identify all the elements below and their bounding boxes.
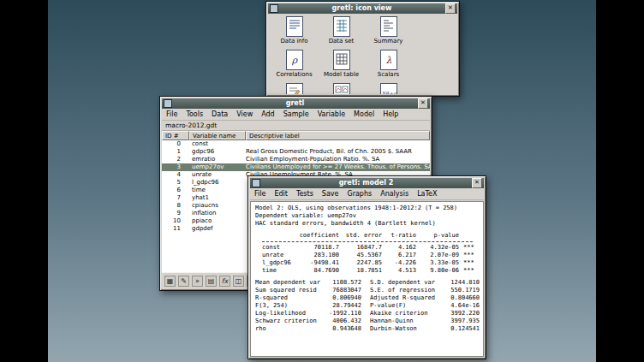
stat-value: 3992.220 [444,310,480,317]
variable-id: 10 [162,217,189,225]
function-packages-icon[interactable]: fx [219,276,230,287]
std-error: 18.7851 [339,267,382,275]
menu-graphs[interactable]: Graphs [343,188,376,199]
coef-table-rule [262,241,473,242]
variable-row-gdpc96[interactable]: 1gdpc96Real Gross Domestic Product, Bil.… [162,148,430,156]
dataset-name-bar: macro-2012.gdt [162,121,430,131]
menu-tools[interactable]: Tools [182,109,207,120]
coef-name: time [255,267,296,275]
coef-name: unrate [255,252,296,259]
column-header-label[interactable]: Descriptive label [246,131,430,140]
menu-tests[interactable]: Tests [292,188,318,199]
variable-name: uemp27ov [189,163,246,171]
stat-label: F(3, 254) [255,302,325,310]
main-title: gretl [175,98,415,109]
model-title: gretl: model 2 [263,178,469,188]
stat-value: 0.124541 [444,325,480,333]
stat-label: S.D. dependent var [361,279,444,287]
data-set-icon [333,16,350,37]
calculator-icon[interactable]: ▦ [164,276,176,287]
menu-model[interactable]: Model [349,109,379,120]
coef-name: l_gdpc96 [255,259,296,267]
database-icon[interactable]: ◫ [233,276,244,287]
variable-name: gdpc96 [189,148,246,156]
screen: gretl: icon view ✕ Data infoData setSumm… [0,0,644,362]
menu-analysis[interactable]: Analysis [376,188,413,199]
stat-label: Durbin-Watson [361,325,444,333]
menu-help[interactable]: Help [379,109,402,120]
menu-edit[interactable]: Edit [270,188,292,199]
menu-variable[interactable]: Variable [313,109,349,120]
graph-page-icon [333,83,350,94]
coef-row-const: const70118.716847.74.1624.32e-05*** [255,244,479,252]
session-icon-scalars[interactable]: λScalars [365,50,412,83]
stat-label: P-value(F) [361,302,444,310]
icon-view-icon[interactable]: ▤ [206,276,217,287]
model-titlebar[interactable]: gretl: model 2 ✕ [250,178,484,188]
coef-col-header: t-ratio [382,232,416,240]
stat-label: Log-likelihood [255,310,325,317]
stat-value: 4006.432 [325,317,361,325]
close-icon[interactable]: ✕ [472,178,482,188]
session-icon-model-table[interactable]: Model table [318,50,365,83]
close-icon[interactable]: ✕ [418,98,428,109]
session-icon-graph-page[interactable]: Graph page [318,83,365,94]
variable-name: time [189,187,246,194]
console-icon[interactable]: » [192,276,203,287]
variable-row-emratio[interactable]: 2emratioCivilian Employment-Population R… [162,156,430,163]
variable-id: 1 [162,148,189,156]
stat-value: 0.806940 [325,294,361,302]
summary-icon [380,16,397,37]
variable-id: 9 [162,210,189,217]
menu-file[interactable]: File [162,109,182,120]
variable-label: Real Gross Domestic Product, Bil. of Chn… [246,148,430,156]
icon-view-title: gretl: icon view [281,3,443,14]
variable-id: 8 [162,202,189,210]
new-script-icon[interactable]: ✎ [178,276,189,287]
stat-label: Mean dependent var [255,279,325,287]
variable-id: 3 [162,163,189,171]
variable-name: gdpdef [189,225,246,233]
session-icon-notes[interactable]: Notes [271,83,318,94]
coef-col-header: p-value [416,232,459,240]
session-icon-label: Data set [329,38,355,45]
column-header-name[interactable]: Variable name [189,131,246,140]
menu-sample[interactable]: Sample [279,109,313,120]
menu-save[interactable]: Save [318,188,343,199]
session-icon-data-set[interactable]: Data set [318,16,365,50]
session-icon-data-info[interactable]: Data info [271,16,318,50]
data-info-icon [286,16,303,37]
svg-text:ρ: ρ [291,55,297,66]
variable-table-header: ID #Variable nameDescriptive label [162,131,430,140]
menu-view[interactable]: View [232,109,257,120]
menu-latex[interactable]: LaTeX [413,188,441,199]
session-icon-summary[interactable]: Summary [365,16,412,50]
stat-value: 550.1719 [444,287,480,294]
correlations-icon: ρ [286,50,303,70]
menu-add[interactable]: Add [257,109,279,120]
coef-row-time: time84.769018.78514.5139.80e-06*** [255,267,479,275]
stat-label: R-squared [255,294,325,302]
t-ratio: 4.162 [382,244,416,252]
menu-data[interactable]: Data [207,109,232,120]
std-error: 45.5367 [339,252,382,259]
window-icon [252,179,260,187]
coef-row-l_gdpc96: l_gdpc96-9498.412247.85-4.2263.33e-05*** [255,259,479,267]
stat-label: Adjusted R-squared [361,294,444,302]
main-titlebar[interactable]: gretl ✕ [162,98,430,109]
close-icon[interactable]: ✕ [445,3,456,14]
variable-row-const[interactable]: 0const [162,140,430,148]
session-icon-model[interactable]: Xβ+ε [365,83,412,94]
svg-text:λ: λ [385,55,391,66]
icon-view-titlebar[interactable]: gretl: icon view ✕ [268,3,457,14]
model-table-icon [333,50,350,70]
column-header-id[interactable]: ID # [162,131,189,140]
variable-row-uemp27ov[interactable]: 3uemp27ovCivilians Unemployed for >= 27 … [162,163,430,171]
variable-id: 7 [162,194,189,202]
menu-file[interactable]: File [250,188,270,199]
stat-value: -1992.110 [325,310,361,317]
session-icon-correlations[interactable]: ρCorrelations [271,50,318,83]
t-ratio: -4.226 [382,259,416,267]
variable-id: 6 [162,187,189,194]
stat-label: S.E. of regression [361,287,444,294]
